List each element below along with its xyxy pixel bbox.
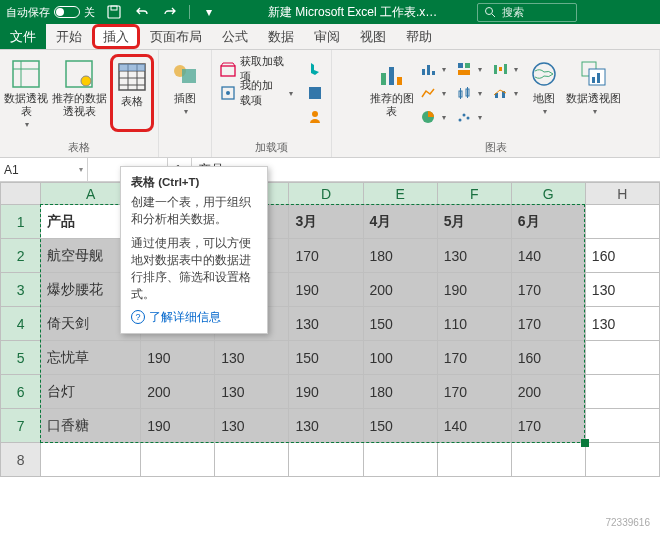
cell[interactable]: 130 (585, 273, 659, 307)
pivot-chart-button[interactable]: 数据透视图 ▾ (566, 54, 622, 132)
cell[interactable]: 200 (363, 273, 437, 307)
save-icon[interactable] (105, 3, 123, 21)
tab-data[interactable]: 数据 (258, 24, 304, 49)
pie-chart-button[interactable]: ▾ (416, 106, 450, 128)
tab-page-layout[interactable]: 页面布局 (140, 24, 212, 49)
column-header[interactable]: G (511, 183, 585, 205)
cell[interactable]: 160 (511, 341, 585, 375)
row-header[interactable]: 3 (1, 273, 41, 307)
illustrations-button[interactable]: 插图 ▾ (163, 54, 207, 132)
cell[interactable]: 140 (437, 409, 511, 443)
fill-handle[interactable] (581, 439, 589, 447)
recommended-charts-button[interactable]: 推荐的图表 (370, 54, 414, 132)
waterfall-chart-button[interactable]: ▾ (488, 58, 522, 80)
cell[interactable]: 130 (289, 409, 363, 443)
row-header[interactable]: 4 (1, 307, 41, 341)
line-chart-button[interactable]: ▾ (416, 82, 450, 104)
scatter-chart-button[interactable]: ▾ (452, 106, 486, 128)
cell[interactable] (585, 205, 659, 239)
cell[interactable]: 190 (289, 273, 363, 307)
recommended-pivot-button[interactable]: 推荐的数据透视表 (50, 54, 108, 132)
cell[interactable] (585, 375, 659, 409)
cell[interactable]: 130 (215, 341, 289, 375)
cell[interactable]: 170 (289, 239, 363, 273)
cell[interactable]: 160 (585, 239, 659, 273)
cell[interactable]: 100 (363, 341, 437, 375)
my-addins-button[interactable]: 我的加载项 ▾ (216, 82, 297, 104)
search-input[interactable]: 搜索 (477, 3, 577, 22)
row-header[interactable]: 7 (1, 409, 41, 443)
column-header[interactable]: D (289, 183, 363, 205)
column-header[interactable]: E (363, 183, 437, 205)
tab-formulas[interactable]: 公式 (212, 24, 258, 49)
tab-help[interactable]: 帮助 (396, 24, 442, 49)
select-all-corner[interactable] (1, 183, 41, 205)
cell[interactable]: 170 (437, 341, 511, 375)
cell[interactable]: 150 (363, 307, 437, 341)
hierarchy-chart-button[interactable]: ▾ (452, 58, 486, 80)
column-chart-button[interactable]: ▾ (416, 58, 450, 80)
cell[interactable] (585, 341, 659, 375)
cell[interactable]: 130 (289, 307, 363, 341)
row-header[interactable]: 1 (1, 205, 41, 239)
cell[interactable]: 150 (363, 409, 437, 443)
cell[interactable]: 130 (585, 307, 659, 341)
cell[interactable]: 180 (363, 239, 437, 273)
cell[interactable]: 140 (511, 239, 585, 273)
cell[interactable] (289, 443, 363, 477)
cell[interactable]: 3月 (289, 205, 363, 239)
cell[interactable] (585, 409, 659, 443)
cell[interactable]: 170 (437, 375, 511, 409)
cell[interactable]: 口香糖 (41, 409, 141, 443)
cell[interactable]: 190 (289, 375, 363, 409)
cell[interactable] (363, 443, 437, 477)
cell[interactable]: 130 (215, 375, 289, 409)
tab-home[interactable]: 开始 (46, 24, 92, 49)
cell[interactable]: 200 (511, 375, 585, 409)
cell[interactable]: 4月 (363, 205, 437, 239)
cell[interactable] (41, 443, 141, 477)
name-box[interactable]: A1 (0, 158, 88, 181)
cell[interactable] (215, 443, 289, 477)
bing-maps-button[interactable] (303, 58, 327, 80)
cell[interactable] (437, 443, 511, 477)
cell[interactable]: 170 (511, 409, 585, 443)
cell[interactable]: 190 (141, 341, 215, 375)
cell[interactable]: 180 (363, 375, 437, 409)
table-button[interactable]: 表格 (110, 54, 154, 132)
tab-insert[interactable]: 插入 (92, 24, 140, 49)
row-header[interactable]: 5 (1, 341, 41, 375)
cell[interactable]: 忘忧草 (41, 341, 141, 375)
cell[interactable]: 6月 (511, 205, 585, 239)
row-header[interactable]: 8 (1, 443, 41, 477)
qat-customize-icon[interactable]: ▾ (200, 3, 218, 21)
tooltip-learn-more[interactable]: ? 了解详细信息 (131, 310, 257, 325)
cell[interactable]: 190 (437, 273, 511, 307)
tab-view[interactable]: 视图 (350, 24, 396, 49)
pivot-table-button[interactable]: 数据透视表 ▾ (4, 54, 48, 132)
combo-chart-button[interactable]: ▾ (488, 82, 522, 104)
cell[interactable] (511, 443, 585, 477)
column-header[interactable]: H (585, 183, 659, 205)
cell[interactable]: 170 (511, 307, 585, 341)
cell[interactable]: 台灯 (41, 375, 141, 409)
cell[interactable] (141, 443, 215, 477)
tab-review[interactable]: 审阅 (304, 24, 350, 49)
autosave-toggle[interactable]: 自动保存 关 (6, 5, 95, 20)
maps-button[interactable]: 地图 ▾ (524, 54, 564, 132)
statistic-chart-button[interactable]: ▾ (452, 82, 486, 104)
cell[interactable]: 190 (141, 409, 215, 443)
cell[interactable]: 150 (289, 341, 363, 375)
cell[interactable] (585, 443, 659, 477)
column-header[interactable]: F (437, 183, 511, 205)
visio-button[interactable] (303, 82, 327, 104)
get-addins-button[interactable]: 获取加载项 (216, 58, 297, 80)
cell[interactable]: 110 (437, 307, 511, 341)
undo-icon[interactable] (133, 3, 151, 21)
row-header[interactable]: 6 (1, 375, 41, 409)
cell[interactable]: 170 (511, 273, 585, 307)
spreadsheet-grid[interactable]: ABCDEFGH1产品1月2月3月4月5月6月2航空母舰130190170180… (0, 182, 660, 477)
tab-file[interactable]: 文件 (0, 24, 46, 49)
people-graph-button[interactable] (303, 106, 327, 128)
cell[interactable]: 130 (437, 239, 511, 273)
